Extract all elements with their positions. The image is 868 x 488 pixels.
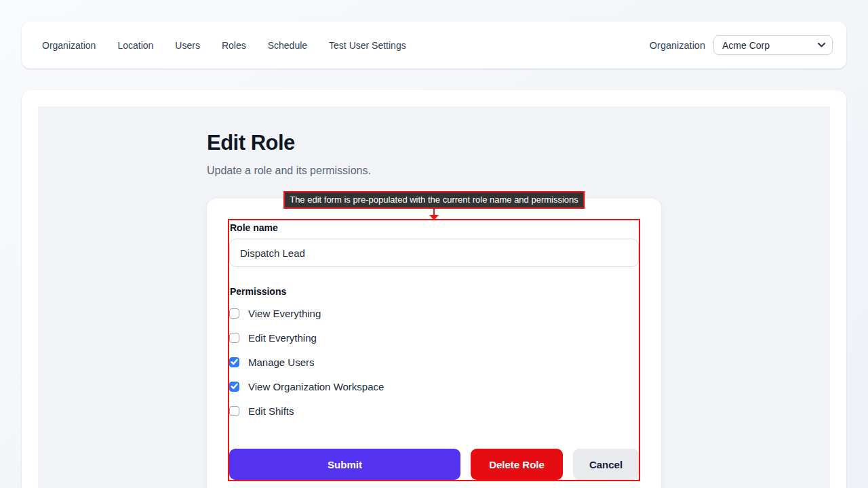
chevron-down-icon — [818, 43, 825, 47]
main-card: Edit Role Update a role and its permissi… — [22, 90, 846, 488]
nav-item-users[interactable]: Users — [175, 40, 200, 51]
annotation-arrow-icon — [429, 207, 439, 220]
permission-row-view-everything[interactable]: View Everything — [229, 301, 639, 325]
top-nav: Organization Location Users Roles Schedu… — [22, 22, 846, 68]
nav-item-location[interactable]: Location — [117, 40, 153, 51]
form-buttons: Submit Delete Role Cancel — [229, 449, 639, 480]
checkbox-icon[interactable] — [229, 308, 239, 319]
page-title: Edit Role — [207, 131, 661, 155]
content-panel: Edit Role Update a role and its permissi… — [38, 106, 830, 488]
edit-role-form-wrap: The edit form is pre-populated with the … — [207, 199, 661, 488]
checkbox-icon[interactable] — [229, 382, 239, 392]
permission-row-manage-users[interactable]: Manage Users — [229, 350, 639, 374]
permission-label: Manage Users — [248, 357, 315, 368]
organization-select-label: Organization — [650, 40, 705, 51]
delete-role-button[interactable]: Delete Role — [471, 449, 563, 480]
permission-label: Edit Everything — [248, 332, 317, 344]
checkbox-icon[interactable] — [229, 357, 239, 367]
nav-item-schedule[interactable]: Schedule — [268, 40, 307, 51]
content-column: Edit Role Update a role and its permissi… — [207, 106, 661, 488]
annotation-tooltip: The edit form is pre-populated with the … — [283, 191, 585, 209]
checkbox-icon[interactable] — [229, 406, 239, 416]
permission-row-edit-shifts[interactable]: Edit Shifts — [229, 399, 639, 423]
role-name-label: Role name — [230, 222, 639, 233]
role-name-input[interactable] — [229, 239, 639, 267]
nav-links: Organization Location Users Roles Schedu… — [42, 40, 406, 51]
organization-select-value: Acme Corp — [722, 40, 770, 51]
permissions-list: View Everything Edit Everything — [229, 301, 639, 423]
edit-role-form: Role name Permissions View Everything — [228, 219, 640, 481]
permission-row-view-organization-workspace[interactable]: View Organization Workspace — [229, 374, 639, 399]
permission-label: View Everything — [248, 308, 321, 319]
nav-right: Organization Acme Corp — [650, 35, 833, 55]
form-card: Role name Permissions View Everything — [207, 199, 661, 488]
permissions-label: Permissions — [230, 286, 639, 297]
permission-label: View Organization Workspace — [248, 381, 384, 392]
permission-label: Edit Shifts — [248, 405, 294, 417]
submit-button[interactable]: Submit — [229, 449, 460, 480]
page-subtitle: Update a role and its permissions. — [207, 165, 661, 177]
organization-select[interactable]: Acme Corp — [713, 35, 833, 55]
permission-row-edit-everything[interactable]: Edit Everything — [229, 325, 639, 350]
nav-item-organization[interactable]: Organization — [42, 40, 96, 51]
checkbox-icon[interactable] — [229, 333, 239, 343]
cancel-button[interactable]: Cancel — [573, 449, 639, 480]
nav-item-roles[interactable]: Roles — [222, 40, 246, 51]
nav-item-test-user-settings[interactable]: Test User Settings — [329, 40, 406, 51]
